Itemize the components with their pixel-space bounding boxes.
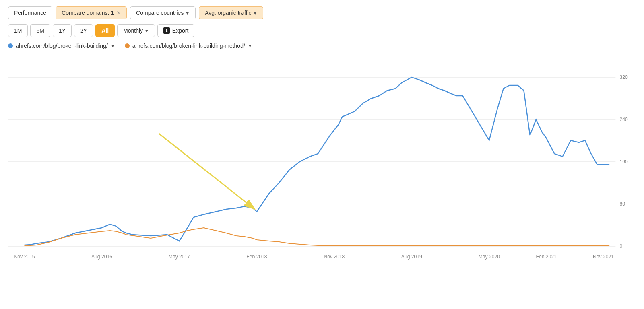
legend-label-1: ahrefs.com/blog/broken-link-building/ — [16, 43, 108, 49]
main-toolbar: Performance Compare domains: 1 ✕ Compare… — [8, 6, 636, 19]
x-label-aug2019: Aug 2019 — [401, 254, 422, 260]
x-label-nov2018: Nov 2018 — [324, 254, 345, 260]
y-label-80: 80 — [619, 201, 625, 207]
monthly-label: Monthly — [123, 27, 143, 34]
legend-label-2: ahrefs.com/blog/broken-link-building-met… — [132, 43, 245, 49]
x-label-nov2021: Nov 2021 — [593, 254, 614, 260]
compare-domains-button[interactable]: Compare domains: 1 ✕ — [56, 6, 127, 19]
x-label-nov2015: Nov 2015 — [14, 254, 35, 260]
compare-countries-label: Compare countries — [136, 10, 184, 16]
legend-item-2[interactable]: ahrefs.com/blog/broken-link-building-met… — [125, 43, 252, 49]
compare-domains-label: Compare domains: 1 — [62, 10, 114, 16]
chevron-down-icon[interactable]: ▼ — [111, 43, 115, 48]
y-label-0: 0 — [619, 243, 622, 249]
x-label-may2020: May 2020 — [479, 254, 500, 260]
chart-area: 320 240 160 80 0 Nov 2015 Aug 2016 May 2… — [8, 53, 636, 266]
chevron-down-icon[interactable]: ▼ — [248, 43, 252, 48]
export-label: Export — [172, 27, 188, 34]
performance-chart: 320 240 160 80 0 Nov 2015 Aug 2016 May 2… — [8, 53, 636, 266]
monthly-button[interactable]: Monthly ▼ — [117, 24, 155, 37]
orange-line-series — [25, 228, 610, 246]
period-all-button[interactable]: All — [95, 24, 115, 37]
chart-legend: ahrefs.com/blog/broken-link-building/ ▼ … — [8, 43, 636, 49]
close-icon[interactable]: ✕ — [116, 10, 121, 16]
y-label-320: 320 — [619, 74, 628, 80]
period-2y-button[interactable]: 2Y — [74, 24, 93, 37]
x-label-may2017: May 2017 — [169, 254, 190, 260]
period-1y-button[interactable]: 1Y — [53, 24, 72, 37]
chevron-down-icon: ▼ — [253, 11, 258, 16]
legend-dot-1 — [8, 43, 13, 48]
avg-organic-traffic-button[interactable]: Avg. organic traffic ▼ — [199, 6, 263, 19]
chevron-down-icon: ▼ — [144, 29, 149, 33]
performance-tab[interactable]: Performance — [8, 6, 52, 19]
x-label-feb2018: Feb 2018 — [246, 254, 267, 260]
legend-dot-2 — [125, 43, 130, 48]
x-label-feb2021: Feb 2021 — [536, 254, 557, 260]
period-1m-button[interactable]: 1M — [8, 24, 28, 37]
chevron-down-icon: ▼ — [185, 11, 190, 16]
period-row: 1M 6M 1Y 2Y All Monthly ▼ ⬇ Export — [8, 24, 636, 37]
blue-line-series — [25, 77, 610, 245]
export-icon: ⬇ — [163, 27, 170, 34]
period-6m-button[interactable]: 6M — [30, 24, 50, 37]
x-label-aug2016: Aug 2016 — [91, 254, 112, 260]
annotation-arrow — [159, 134, 255, 209]
avg-traffic-label: Avg. organic traffic — [205, 10, 251, 16]
compare-countries-button[interactable]: Compare countries ▼ — [130, 6, 196, 19]
y-label-240: 240 — [619, 117, 628, 122]
export-button[interactable]: ⬇ Export — [157, 24, 194, 37]
legend-item-1[interactable]: ahrefs.com/blog/broken-link-building/ ▼ — [8, 43, 115, 49]
y-label-160: 160 — [619, 159, 628, 165]
